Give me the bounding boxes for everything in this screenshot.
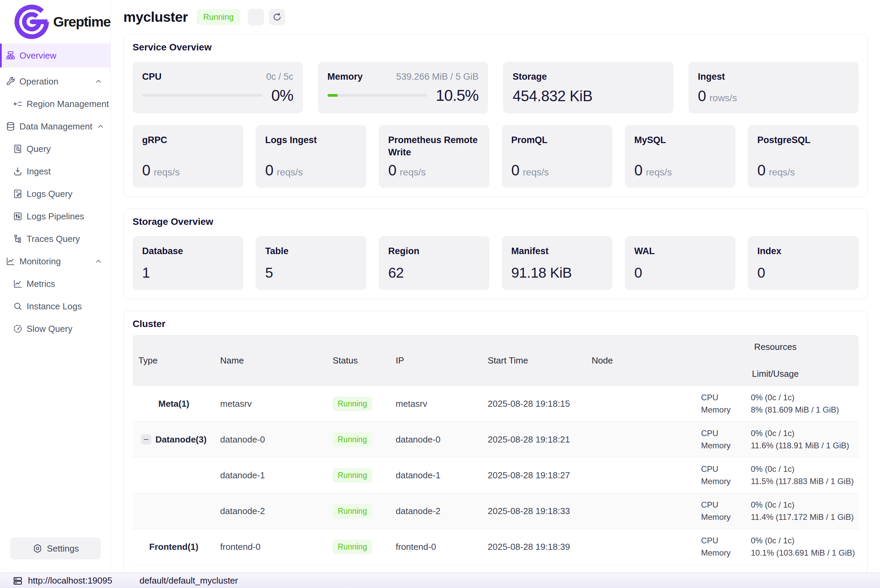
sidebar-item-ingest[interactable]: Ingest bbox=[0, 161, 110, 182]
cpu-resource-value: 0% (0c / 1c) bbox=[751, 464, 859, 474]
database-icon bbox=[6, 121, 16, 132]
col-name: Name bbox=[215, 356, 327, 366]
type-label: Datanode(3) bbox=[155, 434, 207, 445]
cpu-resource-value: 0% (0c / 1c) bbox=[751, 392, 859, 403]
protocol-card-label: PromQL bbox=[511, 134, 603, 146]
chevron-up-icon bbox=[94, 77, 103, 86]
wrench-icon bbox=[6, 76, 16, 87]
settings-button[interactable]: Settings bbox=[10, 538, 101, 560]
sidebar-item-instance-logs[interactable]: Instance Logs bbox=[0, 296, 110, 317]
cpu-resource-label: CPU bbox=[701, 535, 751, 546]
cpu-label: CPU bbox=[142, 70, 162, 83]
storage-card-index: Index0 bbox=[748, 236, 859, 290]
resources-grid: CPU0% (0c / 1c)Memory11.6% (118.91 MiB /… bbox=[701, 428, 859, 451]
protocol-card-label: Logs Ingest bbox=[265, 134, 357, 146]
service-metric-cards: CPU 0c / 5c 0% Memory 539.266 MiB / 5 Gi… bbox=[132, 62, 859, 114]
cpu-resource-value: 0% (0c / 1c) bbox=[751, 500, 859, 510]
protocol-card-label: PostgreSQL bbox=[757, 134, 849, 146]
protocol-cards-row: gRPC0reqs/sLogs Ingest0reqs/sPrometheus … bbox=[132, 125, 859, 188]
ingest-unit: rows/s bbox=[709, 93, 737, 104]
cell-ip: metasrv bbox=[390, 399, 483, 409]
collapse-button[interactable] bbox=[141, 434, 151, 445]
storage-card-value: 91.18 KiB bbox=[511, 265, 603, 281]
protocol-card-promql: PromQL0reqs/s bbox=[502, 125, 613, 188]
cell-name: metasrv bbox=[215, 399, 327, 409]
cluster-table: Type Name Status IP Start Time Node Reso… bbox=[132, 335, 859, 565]
storage-card-value: 0 bbox=[757, 265, 849, 281]
cell-type: Datanode(3) bbox=[132, 434, 215, 445]
cluster-table-body: Meta(1)metasrvRunningmetasrv2025-08-28 1… bbox=[132, 386, 859, 565]
cpu-capacity: 0c / 5c bbox=[266, 72, 293, 82]
cpu-resource-value: 0% (0c / 1c) bbox=[751, 535, 859, 546]
sidebar-item-label: Instance Logs bbox=[27, 301, 82, 312]
sidebar-item-query[interactable]: Query bbox=[0, 138, 110, 159]
storage-card: Storage 454.832 KiB bbox=[503, 62, 673, 114]
cell-start-time: 2025-08-28 19:18:27 bbox=[483, 470, 587, 481]
protocol-card-unit: reqs/s bbox=[154, 167, 180, 178]
greptime-logo-icon bbox=[14, 4, 50, 40]
sidebar-item-logs-query[interactable]: Logs Query bbox=[0, 183, 110, 204]
refresh-button[interactable] bbox=[269, 9, 285, 25]
storage-cards-row: Database1Table5Region62Manifest91.18 KiB… bbox=[132, 236, 859, 290]
sidebar-item-traces-query[interactable]: Traces Query bbox=[0, 228, 110, 249]
memory-resource-label: Memory bbox=[701, 476, 751, 487]
sidebar-item-operation[interactable]: Operation bbox=[0, 71, 110, 92]
chevron-up-icon bbox=[96, 122, 105, 131]
storage-card-value: 5 bbox=[265, 265, 357, 281]
gear-icon bbox=[32, 543, 43, 554]
memory-resource-value: 11.4% (117.172 MiB / 1 GiB) bbox=[751, 512, 859, 523]
protocol-card-value: 0 bbox=[142, 162, 150, 179]
resources-grid: CPU0% (0c / 1c)Memory8% (81.609 MiB / 1 … bbox=[701, 392, 859, 415]
doc-edit-icon bbox=[13, 189, 23, 199]
cell-ip: datanode-1 bbox=[390, 470, 483, 481]
doc-search-icon bbox=[13, 144, 23, 154]
sidebar-item-data-management[interactable]: Data Management bbox=[0, 116, 110, 137]
cell-start-time: 2025-08-28 19:18:33 bbox=[483, 506, 587, 516]
storage-card-value: 62 bbox=[388, 265, 480, 281]
cell-status: Running bbox=[327, 432, 390, 447]
protocol-card-value: 0 bbox=[265, 162, 273, 179]
cluster-action-button[interactable] bbox=[248, 9, 264, 25]
cpu-resource-label: CPU bbox=[701, 464, 751, 474]
server-url: http://localhost:19095 bbox=[28, 575, 112, 586]
cluster-table-row: Frontend(1)frontend-0Runningfrontend-020… bbox=[132, 529, 859, 565]
memory-resource-value: 10.1% (103.691 MiB / 1 GiB) bbox=[751, 548, 859, 558]
storage-card-label: WAL bbox=[634, 245, 726, 257]
storage-card-label: Index bbox=[757, 245, 849, 257]
memory-capacity: 539.266 MiB / 5 GiB bbox=[396, 72, 479, 82]
cell-resources: CPU0% (0c / 1c)Memory8% (81.609 MiB / 1 … bbox=[692, 392, 859, 415]
cell-name: frontend-0 bbox=[215, 542, 327, 552]
sidebar: Greptime OverviewOperationRegion Managem… bbox=[0, 0, 111, 573]
main-content: mycluster Running Service Overview CPU 0… bbox=[111, 0, 880, 573]
service-overview-panel: Service Overview CPU 0c / 5c 0% bbox=[123, 34, 868, 197]
storage-value: 454.832 KiB bbox=[513, 87, 664, 105]
col-resources: Resources Limit/Usage bbox=[692, 335, 859, 386]
sidebar-item-label: Logs Pipelines bbox=[27, 211, 84, 222]
protocol-card-unit: reqs/s bbox=[400, 167, 426, 178]
tree-icon bbox=[13, 234, 23, 244]
sidebar-item-logs-pipelines[interactable]: Logs Pipelines bbox=[0, 206, 110, 227]
cell-status: Running bbox=[327, 540, 390, 554]
status-badge: Running bbox=[333, 504, 372, 519]
brand-logo[interactable]: Greptime bbox=[0, 0, 110, 44]
col-node: Node bbox=[587, 356, 692, 366]
storage-card-manifest: Manifest91.18 KiB bbox=[502, 236, 613, 290]
protocol-card-label: Prometheus Remote Write bbox=[388, 134, 480, 159]
sidebar-item-label: Logs Query bbox=[27, 189, 72, 199]
memory-resource-value: 11.6% (118.91 MiB / 1 GiB) bbox=[751, 440, 859, 451]
ingest-label: Ingest bbox=[698, 70, 849, 83]
cluster-table-row: Meta(1)metasrvRunningmetasrv2025-08-28 1… bbox=[132, 386, 859, 422]
page-header: mycluster Running bbox=[123, 0, 868, 34]
brand-name: Greptime bbox=[53, 14, 110, 30]
sidebar-item-label: Query bbox=[27, 144, 51, 154]
cell-start-time: 2025-08-28 19:18:15 bbox=[483, 399, 587, 409]
cell-resources: CPU0% (0c / 1c)Memory11.6% (118.91 MiB /… bbox=[692, 428, 859, 451]
sidebar-item-metrics[interactable]: Metrics bbox=[0, 273, 110, 294]
sidebar-item-overview[interactable]: Overview bbox=[0, 44, 110, 68]
cell-start-time: 2025-08-28 19:18:39 bbox=[483, 542, 587, 552]
protocol-card-value-row: 0reqs/s bbox=[511, 162, 603, 179]
sidebar-item-slow-query[interactable]: Slow Query bbox=[0, 318, 110, 339]
sidebar-item-label: Region Management bbox=[27, 99, 109, 110]
sidebar-item-region-management[interactable]: Region Management bbox=[0, 93, 110, 114]
sidebar-item-monitoring[interactable]: Monitoring bbox=[0, 251, 110, 272]
